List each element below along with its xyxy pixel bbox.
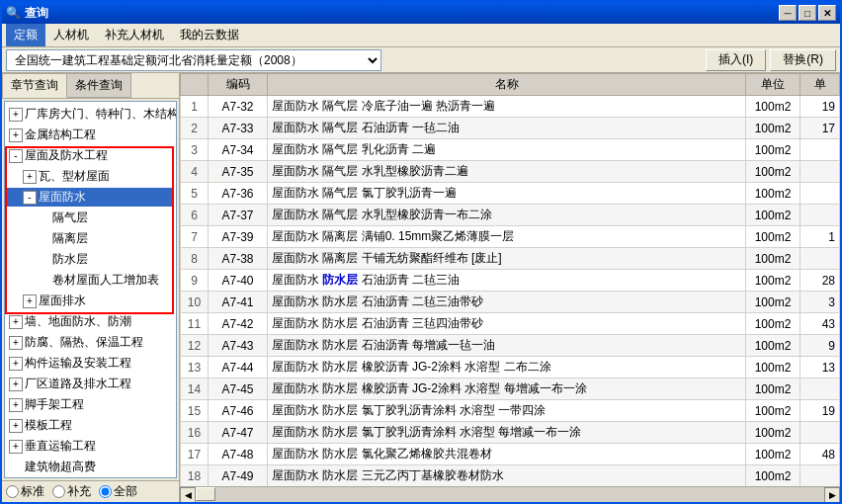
tree-expander[interactable]: + — [9, 378, 23, 391]
table-row[interactable]: 14A7-45屋面防水 防水层 橡胶沥青 JG-2涂料 水溶型 每增减一布一涂1… — [181, 378, 840, 400]
table-row[interactable]: 4A7-35屋面防水 隔气层 水乳型橡胶沥青二遍100m2 — [181, 161, 840, 183]
radio-supplement[interactable]: 补充 — [52, 483, 91, 500]
table-row[interactable]: 9A7-40屋面防水 防水层 石油沥青 二毡三油100m228 — [181, 270, 840, 292]
cell-name: 屋面防水 防水层 氯丁胶乳沥青涂料 水溶型 一带四涂 — [268, 400, 746, 422]
cell-num: 17 — [181, 444, 209, 465]
tree-expander[interactable]: - — [9, 149, 23, 163]
tree-row[interactable]: +厂库房大门、特种门、木结构工程 — [7, 105, 174, 124]
tree-row[interactable]: +瓦、型材屋面 — [7, 167, 174, 186]
tree-expander[interactable]: - — [23, 191, 37, 205]
cell-code: A7-40 — [209, 270, 268, 292]
insert-button[interactable]: 插入(I) — [706, 49, 766, 71]
table-row[interactable]: 5A7-36屋面防水 隔气层 氯丁胶乳沥青一遍100m2 — [181, 183, 840, 205]
tree-expander[interactable]: + — [9, 357, 23, 371]
tree-expander[interactable] — [37, 274, 50, 288]
radio-standard[interactable]: 标准 — [6, 483, 44, 500]
tree-row[interactable]: +厂区道路及排水工程 — [7, 375, 174, 393]
tree-expander[interactable]: + — [9, 128, 23, 142]
cell-unit: 100m2 — [746, 292, 800, 313]
table-row[interactable]: 13A7-44屋面防水 防水层 橡胶沥青 JG-2涂料 水溶型 二布二涂100m… — [181, 357, 840, 378]
cell-code: A7-39 — [209, 226, 268, 248]
tree-expander[interactable]: + — [23, 294, 37, 308]
tree-expander[interactable] — [37, 253, 50, 267]
cell-code: A7-49 — [209, 465, 268, 487]
tree-node: 卷材屋面人工增加表 — [7, 270, 174, 291]
tree-label: 瓦、型材屋面 — [39, 168, 110, 185]
tree-node: 隔离层 — [7, 228, 174, 249]
tree-expander[interactable]: + — [9, 108, 23, 122]
tree-label: 卷材屋面人工增加表 — [52, 272, 159, 289]
menu-bar: 定额 人材机 补充人材机 我的云数据 — [2, 24, 840, 47]
tree-row[interactable]: 防水层 — [7, 250, 174, 269]
tree-row[interactable]: 隔离层 — [7, 229, 174, 248]
menu-buchong[interactable]: 补充人材机 — [97, 24, 172, 46]
tree-row[interactable]: +构件运输及安装工程 — [7, 354, 174, 373]
tree-expander[interactable] — [9, 461, 23, 474]
minimize-button[interactable]: ─ — [779, 5, 797, 21]
cell-unit: 100m2 — [746, 248, 800, 270]
tree-expander[interactable]: + — [9, 440, 23, 454]
tree-row[interactable]: 隔气层 — [7, 209, 174, 227]
table-row[interactable]: 15A7-46屋面防水 防水层 氯丁胶乳沥青涂料 水溶型 一带四涂100m219 — [181, 400, 840, 422]
cell-code: A7-36 — [209, 183, 268, 205]
cell-unit: 100m2 — [746, 139, 800, 161]
tree-row[interactable]: -屋面防水 — [7, 188, 174, 207]
tree-expander[interactable]: + — [9, 398, 23, 412]
tree-expander[interactable]: + — [23, 170, 37, 184]
tree-label: 模板工程 — [25, 417, 72, 434]
tab-condition[interactable]: 条件查询 — [66, 73, 131, 98]
tree-row[interactable]: +防腐、隔热、保温工程 — [7, 333, 174, 352]
tree-label: 屋面及防水工程 — [25, 147, 108, 164]
radio-all[interactable]: 全部 — [99, 483, 137, 500]
table-row[interactable]: 17A7-48屋面防水 防水层 氯化聚乙烯橡胶共混卷材100m248 — [181, 444, 840, 465]
scroll-left[interactable]: ◀ — [180, 487, 196, 503]
tree-row[interactable]: -屋面及防水工程 — [7, 146, 174, 165]
tree-node: +构件运输及安装工程 — [7, 353, 174, 374]
tree-expander[interactable] — [37, 211, 50, 225]
replace-button[interactable]: 替换(R) — [770, 49, 836, 71]
table-row[interactable]: 11A7-42屋面防水 防水层 石油沥青 三毡四油带砂100m243 — [181, 313, 840, 335]
tree-row[interactable]: +垂直运输工程 — [7, 437, 174, 456]
title-bar-buttons: ─ □ ✕ — [779, 5, 836, 21]
tree-row[interactable]: 建筑物超高费 — [7, 458, 174, 476]
tree-row[interactable]: +墙、地面防水、防潮 — [7, 312, 174, 331]
table-container[interactable]: 编码 名称 单位 单 1A7-32屋面防水 隔气层 冷底子油一遍 热沥青一遍10… — [180, 73, 840, 486]
tree-row[interactable]: +屋面排水 — [7, 292, 174, 310]
tree-container[interactable]: +厂库房大门、特种门、木结构工程+金属结构工程-屋面及防水工程+瓦、型材屋面-屋… — [4, 101, 177, 478]
table-row[interactable]: 8A7-38屋面防水 隔离层 干铺无纺聚酯纤维布 [废止]100m2 — [181, 248, 840, 270]
table-row[interactable]: 12A7-43屋面防水 防水层 石油沥青 每增减一毡一油100m29 — [181, 335, 840, 357]
cell-num: 11 — [181, 313, 209, 335]
tree-row[interactable]: +脚手架工程 — [7, 395, 174, 414]
table-row[interactable]: 10A7-41屋面防水 防水层 石油沥青 二毡三油带砂100m23 — [181, 292, 840, 313]
tree-node: +模板工程 — [7, 415, 174, 436]
cell-name: 屋面防水 防水层 石油沥青 二毡三油 — [268, 270, 746, 292]
maximize-button[interactable]: □ — [799, 5, 816, 21]
tree-expander[interactable]: + — [9, 315, 23, 329]
close-button[interactable]: ✕ — [818, 5, 836, 21]
scroll-thumb[interactable] — [196, 487, 215, 501]
table-row[interactable]: 2A7-33屋面防水 隔气层 石油沥青 一毡二油100m217 — [181, 118, 840, 139]
tree-row[interactable]: +模板工程 — [7, 416, 174, 435]
table-row[interactable]: 7A7-39屋面防水 隔离层 满铺0. 15mm聚乙烯薄膜一层100m21 — [181, 226, 840, 248]
col-name: 名称 — [268, 74, 746, 96]
table-row[interactable]: 3A7-34屋面防水 隔气层 乳化沥青 二遍100m2 — [181, 139, 840, 161]
tree-row[interactable]: 卷材屋面人工增加表 — [7, 271, 174, 290]
quota-dropdown[interactable]: 全国统一建筑工程基础定额河北省消耗量定额（2008） — [6, 49, 381, 71]
menu-rencaiji[interactable]: 人材机 — [45, 24, 97, 46]
tree-expander[interactable]: + — [9, 419, 23, 433]
tree-row[interactable]: +金属结构工程 — [7, 126, 174, 144]
table-row[interactable]: 1A7-32屋面防水 隔气层 冷底子油一遍 热沥青一遍100m219 — [181, 96, 840, 118]
tree-expander[interactable]: + — [9, 336, 23, 350]
menu-woyun[interactable]: 我的云数据 — [172, 24, 247, 46]
table-row[interactable]: 6A7-37屋面防水 隔气层 水乳型橡胶沥青一布二涂100m2 — [181, 205, 840, 226]
tree-node: +脚手架工程 — [7, 394, 174, 415]
horizontal-scrollbar[interactable]: ◀ ▶ — [180, 486, 840, 502]
cell-code: A7-38 — [209, 248, 268, 270]
tab-chapter[interactable]: 章节查询 — [2, 73, 67, 98]
cell-price — [800, 161, 840, 183]
tree-expander[interactable] — [37, 232, 50, 246]
scroll-right[interactable]: ▶ — [824, 487, 840, 503]
table-row[interactable]: 18A7-49屋面防水 防水层 三元乙丙丁基橡胶卷材防水100m2 — [181, 465, 840, 487]
menu-dinge[interactable]: 定额 — [6, 24, 45, 46]
table-row[interactable]: 16A7-47屋面防水 防水层 氯丁胶乳沥青涂料 水溶型 每增减一布一涂100m… — [181, 422, 840, 444]
